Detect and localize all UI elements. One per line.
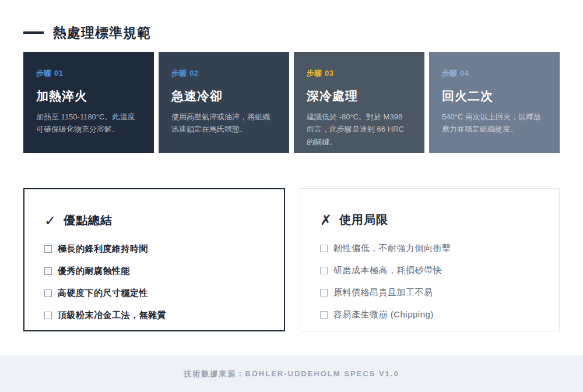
- list-item-label: 韌性偏低，不耐強力側向衝擊: [333, 243, 451, 254]
- step-title: 加熱淬火: [36, 88, 141, 104]
- x-mark-icon: ✗: [320, 213, 332, 227]
- checkbox-icon: [44, 312, 52, 319]
- list-item: 極長的鋒利度維持時間: [44, 243, 264, 255]
- step-number-label: 步驟 03: [307, 68, 412, 79]
- step-description: 540°C 兩次以上回火，以釋放應力並穩定組織硬度。: [442, 111, 547, 136]
- list-item: 優秀的耐腐蝕性能: [44, 266, 264, 277]
- page-footer: 技術數據來源：BÖHLER-UDDEHOLM SPECS V1.0: [0, 355, 583, 392]
- checkbox-icon: [44, 267, 52, 275]
- step-number-label: 步驟 01: [36, 68, 141, 79]
- limitations-list: 韌性偏低，不耐強力側向衝擊 研磨成本極高，耗損砂帶快 原料價格昂貴且加工不易 容…: [320, 243, 539, 320]
- page-content: 熱處理標準規範 步驟 01 加熱淬火 加熱至 1150-1180°C。此溫度可確…: [0, 0, 583, 331]
- list-item-label: 極長的鋒利度維持時間: [58, 243, 148, 255]
- list-item: 容易產生微崩 (Chipping): [320, 309, 539, 320]
- step-card-4: 步驟 04 回火二次 540°C 兩次以上回火，以釋放應力並穩定組織硬度。: [429, 52, 560, 153]
- step-title: 深冷處理: [307, 88, 412, 104]
- step-description: 加熱至 1150-1180°C。此溫度可確保碳化物充分溶解。: [36, 111, 141, 136]
- step-card-1: 步驟 01 加熱淬火 加熱至 1150-1180°C。此溫度可確保碳化物充分溶解…: [23, 52, 154, 153]
- advantages-list: 極長的鋒利度維持時間 優秀的耐腐蝕性能 高硬度下的尺寸穩定性 頂級粉末冶金工法，…: [44, 243, 264, 321]
- checkmark-icon: ✓: [44, 214, 56, 228]
- step-description: 建議低於 -80°C。對於 M398 而言，此步驟是達到 66 HRC 的關鍵。: [307, 111, 412, 148]
- limitations-title: 使用局限: [339, 212, 388, 228]
- list-item-label: 優秀的耐腐蝕性能: [58, 266, 130, 277]
- limitations-header: ✗ 使用局限: [320, 212, 539, 228]
- checkbox-icon: [44, 289, 52, 297]
- step-title: 回火二次: [442, 88, 547, 104]
- step-number-label: 步驟 04: [442, 68, 547, 79]
- heat-treatment-spec-page: 熱處理標準規範 步驟 01 加熱淬火 加熱至 1150-1180°C。此溫度可確…: [0, 0, 583, 392]
- footer-source-text: 技術數據來源：BÖHLER-UDDEHOLM SPECS V1.0: [184, 369, 399, 379]
- list-item: 高硬度下的尺寸穩定性: [44, 288, 264, 299]
- step-description: 使用高壓氣淬或油淬，將組織迅速鎖定在馬氏體態。: [171, 111, 276, 136]
- step-number-label: 步驟 02: [171, 68, 276, 79]
- advantages-header: ✓ 優點總結: [44, 213, 264, 228]
- list-item-label: 頂級粉末冶金工法，無雜質: [58, 310, 166, 321]
- list-item: 頂級粉末冶金工法，無雜質: [44, 310, 264, 321]
- summary-panels-row: ✓ 優點總結 極長的鋒利度維持時間 優秀的耐腐蝕性能 高硬度下的尺寸穩定性: [23, 188, 560, 331]
- limitations-panel: ✗ 使用局限 韌性偏低，不耐強力側向衝擊 研磨成本極高，耗損砂帶快 原料價格昂貴…: [300, 188, 560, 331]
- advantages-title: 優點總結: [64, 213, 113, 228]
- page-header: 熱處理標準規範: [23, 23, 560, 42]
- list-item-label: 容易產生微崩 (Chipping): [333, 309, 434, 320]
- page-title: 熱處理標準規範: [53, 24, 151, 42]
- checkbox-icon: [320, 311, 328, 319]
- step-card-3: 步驟 03 深冷處理 建議低於 -80°C。對於 M398 而言，此步驟是達到 …: [294, 52, 424, 153]
- list-item: 原料價格昂貴且加工不易: [320, 287, 539, 298]
- list-item-label: 原料價格昂貴且加工不易: [333, 287, 433, 298]
- list-item: 研磨成本極高，耗損砂帶快: [320, 265, 539, 276]
- list-item-label: 高硬度下的尺寸穩定性: [58, 288, 148, 299]
- checkbox-icon: [320, 245, 328, 252]
- step-card-2: 步驟 02 急速冷卻 使用高壓氣淬或油淬，將組織迅速鎖定在馬氏體態。: [159, 52, 289, 153]
- process-steps-row: 步驟 01 加熱淬火 加熱至 1150-1180°C。此溫度可確保碳化物充分溶解…: [23, 52, 560, 153]
- list-item-label: 研磨成本極高，耗損砂帶快: [333, 265, 442, 276]
- checkbox-icon: [320, 289, 328, 296]
- checkbox-icon: [44, 245, 52, 253]
- step-title: 急速冷卻: [171, 88, 276, 104]
- list-item: 韌性偏低，不耐強力側向衝擊: [320, 243, 539, 254]
- advantages-panel: ✓ 優點總結 極長的鋒利度維持時間 優秀的耐腐蝕性能 高硬度下的尺寸穩定性: [23, 188, 285, 331]
- title-dash: [23, 31, 44, 34]
- checkbox-icon: [320, 267, 328, 274]
